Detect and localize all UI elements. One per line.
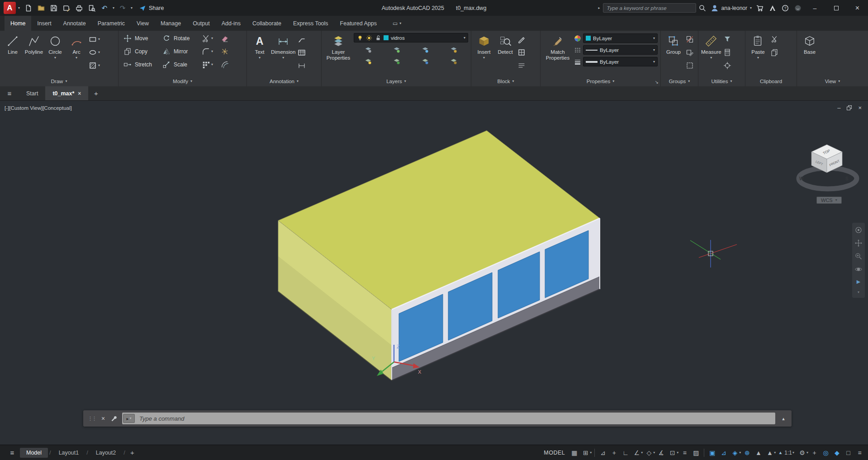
layer-properties-button[interactable]: Layer Properties	[324, 33, 352, 61]
measure-button[interactable]: Measure ▾	[701, 33, 721, 60]
panel-label-properties[interactable]: Properties▾	[541, 76, 660, 86]
dynamic-input-icon[interactable]: +	[608, 447, 620, 458]
panel-label-utilities[interactable]: Utilities▾	[698, 76, 745, 86]
define-attribute-icon[interactable]	[517, 35, 526, 44]
ortho-icon[interactable]: ∟	[620, 447, 631, 458]
quick-calc-icon[interactable]	[723, 48, 732, 57]
rectangle-icon[interactable]	[88, 35, 97, 44]
model-tab[interactable]: Model	[20, 448, 48, 458]
chevron-down-icon[interactable]: ▾	[774, 451, 776, 455]
layer-on-icon[interactable]	[363, 56, 373, 66]
share-button[interactable]: Share	[139, 5, 164, 12]
dynamic-ucs-icon[interactable]: ⊿	[718, 447, 729, 458]
panel-label-groups[interactable]: Groups▾	[661, 76, 698, 86]
undo-chevron-icon[interactable]: ▾	[111, 2, 116, 14]
help-icon[interactable]: ?	[779, 2, 792, 14]
chevron-down-icon[interactable]: ▾	[806, 451, 808, 455]
autocad-logo[interactable]: A	[4, 2, 16, 14]
chevron-down-icon[interactable]: ▾	[653, 451, 655, 455]
gizmo-icon[interactable]: ⊕	[741, 447, 753, 458]
close-button[interactable]: ×	[847, 0, 868, 16]
transparency-icon[interactable]: ▨	[690, 447, 702, 458]
tab-output[interactable]: Output	[187, 16, 216, 31]
annotation-monitor-icon[interactable]: +	[809, 447, 820, 458]
leader-icon[interactable]	[297, 35, 306, 44]
plot-icon[interactable]	[73, 2, 85, 14]
ribbon-display-toggle[interactable]: ▭▾	[389, 16, 405, 31]
chevron-down-icon[interactable]: ▾	[641, 451, 643, 455]
maximize-button[interactable]	[825, 0, 847, 16]
layer-freeze-icon[interactable]	[421, 45, 430, 54]
tab-featured-apps[interactable]: Featured Apps	[334, 16, 383, 31]
lineweight-display-icon[interactable]: ≡	[679, 447, 690, 458]
start-tab[interactable]: Start	[19, 86, 45, 100]
layer-dropdown[interactable]: vidros ▾	[354, 33, 468, 42]
id-point-icon[interactable]	[723, 61, 732, 70]
viewport-restore-icon[interactable]	[847, 105, 852, 110]
stretch-button[interactable]: Stretch	[121, 59, 158, 70]
match-properties-button[interactable]: Match Properties	[543, 33, 572, 61]
layout1-tab[interactable]: Layout1	[52, 448, 85, 458]
chevron-down-icon[interactable]: ▾	[739, 451, 741, 455]
hatch-icon[interactable]	[88, 61, 97, 70]
rotate-button[interactable]: Rotate	[160, 33, 199, 44]
paste-button[interactable]: Paste ▾	[748, 33, 768, 60]
layer-unlock-tool-icon[interactable]	[449, 56, 459, 66]
object-snap-tracking-icon[interactable]: ∡	[655, 447, 667, 458]
chevron-down-icon[interactable]: ▾	[211, 50, 213, 53]
polyline-button[interactable]: Polyline	[24, 33, 44, 55]
isolate-objects-icon[interactable]: ◎	[820, 447, 831, 458]
cut-icon[interactable]	[769, 35, 779, 44]
showmotion-icon[interactable]: ▶	[857, 279, 860, 285]
file-tabs-menu-icon[interactable]: ≡	[0, 86, 19, 100]
linetype-dropdown[interactable]: ByLayer ▾	[583, 45, 658, 55]
new-layout-button[interactable]: +	[127, 449, 138, 456]
account-button[interactable]: ana-leonor ▾	[711, 4, 752, 12]
fillet-icon[interactable]	[201, 47, 210, 56]
recent-commands-icon[interactable]: ▸▾	[123, 414, 135, 423]
zoom-icon[interactable]	[855, 253, 862, 260]
viewport-close-icon[interactable]: ×	[858, 104, 862, 111]
command-history-icon[interactable]: ▴	[778, 413, 789, 424]
layer-isolate-icon[interactable]	[392, 45, 401, 54]
panel-label-view[interactable]: View▾	[797, 76, 868, 86]
chevron-down-icon[interactable]: ▾	[677, 451, 678, 455]
ellipse-icon[interactable]	[88, 48, 97, 57]
panel-launcher-icon[interactable]: ↘	[655, 80, 659, 84]
copy-button[interactable]: Copy	[121, 46, 158, 57]
search-icon[interactable]	[696, 2, 709, 14]
navbar-menu-icon[interactable]: ▾	[858, 291, 859, 294]
orbit-icon[interactable]	[855, 266, 862, 273]
undo-icon[interactable]: ↶	[98, 2, 111, 14]
minimize-button[interactable]: –	[804, 0, 825, 16]
search-input[interactable]	[603, 3, 696, 13]
text-button[interactable]: A Text ▾	[250, 33, 270, 60]
group-button[interactable]: Group	[664, 33, 683, 55]
base-button[interactable]: Base	[800, 33, 820, 55]
customize-wrench-icon[interactable]	[109, 413, 119, 424]
chevron-down-icon[interactable]: ▾	[211, 37, 213, 40]
copy-clip-icon[interactable]	[769, 48, 779, 57]
panel-label-modify[interactable]: Modify▾	[119, 76, 247, 86]
circle-button[interactable]: Circle ▾	[45, 33, 65, 60]
tab-addins[interactable]: Add-ins	[216, 16, 247, 31]
chevron-down-icon[interactable]: ▾	[98, 38, 100, 41]
trim-icon[interactable]	[201, 34, 210, 43]
command-bar-grip[interactable]: ⋮⋮	[88, 416, 96, 422]
clean-screen-icon[interactable]: □	[843, 447, 854, 458]
tab-parametric[interactable]: Parametric	[92, 16, 131, 31]
customization-icon[interactable]: ≡	[854, 447, 865, 458]
save-as-icon[interactable]	[60, 2, 73, 14]
cart-icon[interactable]	[754, 2, 766, 14]
object-color-dropdown[interactable]: ByLayer ▾	[583, 33, 658, 43]
tab-insert[interactable]: Insert	[31, 16, 57, 31]
viewcube[interactable]: W S TOP LEFT FRONT	[789, 135, 866, 202]
scale-button[interactable]: Scale	[160, 59, 199, 70]
autodesk-assistant-icon[interactable]	[766, 2, 779, 14]
line-button[interactable]: Line	[3, 33, 23, 55]
new-drawing-tab-button[interactable]: +	[88, 86, 104, 100]
create-block-icon[interactable]	[517, 48, 526, 57]
panel-label-block[interactable]: Block▾	[471, 76, 540, 86]
viewport-minimize-icon[interactable]: –	[837, 104, 840, 111]
open-folder-icon[interactable]	[35, 2, 47, 14]
